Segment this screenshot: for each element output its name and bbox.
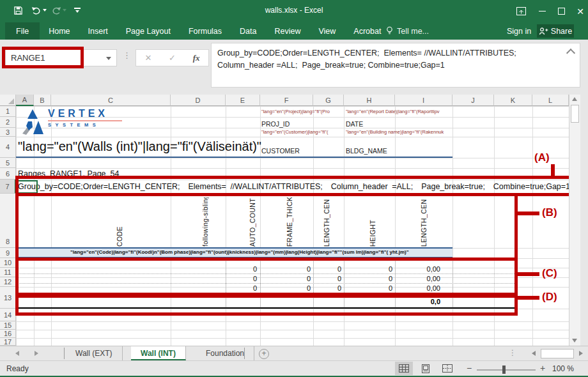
grid-line-h: [16, 158, 569, 158]
cell-f1: "lang="en"(Project)|lang="fi"(Pro: [261, 109, 343, 114]
column-header-c[interactable]: C: [51, 95, 171, 106]
hscroll-right-icon[interactable]: [579, 351, 583, 356]
sheet-tab-wall-int[interactable]: Wall (INT): [131, 346, 186, 360]
cell-f2: PROJ_ID: [261, 120, 290, 128]
scrollbar-resize-dots[interactable]: ⋮: [509, 348, 516, 357]
row-header-3[interactable]: 3: [0, 128, 16, 137]
row-header-11[interactable]: 11: [0, 268, 16, 277]
cell-h1: "lang="en"(Report Date)|lang="fi"(Raport…: [346, 109, 452, 114]
zoom-out-icon[interactable]: −: [467, 363, 472, 373]
row-header-7[interactable]: 7: [0, 180, 16, 194]
maximize-button[interactable]: [552, 0, 571, 22]
close-button[interactable]: ✕: [571, 0, 588, 22]
new-sheet-icon[interactable]: +: [259, 349, 269, 359]
window-title: walls.xlsx - Excel: [0, 6, 588, 15]
column-header-i[interactable]: I: [395, 95, 453, 106]
status-bar: Ready − + 100 %: [0, 360, 588, 376]
share-button[interactable]: Share: [537, 24, 574, 38]
ribbon-tab-home[interactable]: Home: [40, 22, 79, 40]
right-edge-strip: [580, 89, 588, 376]
column-header-b[interactable]: B: [34, 95, 51, 106]
row-header-16[interactable]: 16: [0, 330, 16, 338]
row-header-1[interactable]: 1: [0, 106, 16, 117]
zoom-slider-thumb[interactable]: [502, 365, 506, 374]
sheet-tab-wall-ext[interactable]: Wall (EXT): [66, 346, 123, 360]
row-header-17[interactable]: 17: [0, 338, 16, 346]
scroll-down-icon[interactable]: [572, 339, 577, 342]
row-header-5[interactable]: 5: [0, 158, 16, 168]
annotation-connector-a: [551, 164, 555, 177]
row-header-6[interactable]: 6: [0, 168, 16, 180]
row-header-15[interactable]: 15: [0, 321, 16, 330]
row-header-9[interactable]: 9: [0, 248, 16, 258]
column-header-d[interactable]: D: [171, 95, 226, 106]
sign-in-button[interactable]: Sign in: [507, 22, 531, 40]
ribbon-display-options-icon[interactable]: [511, 0, 530, 22]
zoom-slider-track[interactable]: [477, 369, 536, 371]
annotation-box-d: [15, 293, 518, 316]
sheet-tab-foundation[interactable]: Foundation: [196, 346, 254, 360]
column-header-j[interactable]: J: [453, 95, 494, 106]
insert-function-icon[interactable]: fx: [193, 53, 200, 63]
row-header-10[interactable]: 10: [0, 258, 16, 268]
annotation-label-b: (B): [542, 206, 557, 219]
formula-bar-separator: ⋮: [123, 50, 131, 60]
horizontal-scroll-thumb[interactable]: [541, 349, 574, 358]
column-header-l[interactable]: L: [532, 95, 569, 106]
row-header-14[interactable]: 14: [0, 309, 16, 321]
row-header-8[interactable]: 8: [0, 194, 16, 248]
zoom-in-icon[interactable]: +: [540, 363, 545, 373]
column-header-f[interactable]: F: [260, 95, 313, 106]
cell-a4-title: "lang="en"(Walls (int)"|lang="fi"(Välise…: [18, 139, 261, 154]
name-box-dropdown-icon[interactable]: [106, 57, 111, 60]
cancel-icon[interactable]: ✕: [144, 53, 151, 63]
row-header-12[interactable]: 12: [0, 277, 16, 287]
ribbon-tab-view[interactable]: View: [309, 22, 344, 40]
ribbon-tab-formulas[interactable]: Formulas: [180, 22, 231, 40]
page-layout-view-icon[interactable]: [417, 362, 435, 375]
cell-h4: BLDG_NAME: [346, 147, 387, 155]
column-header-k[interactable]: K: [494, 95, 532, 106]
grid-line-h: [16, 106, 569, 107]
grid-line-h: [16, 330, 569, 330]
cell-f3: "lang="en"(Customer)|lang="fi"(: [261, 129, 343, 135]
ribbon-tab-acrobat[interactable]: Acrobat: [344, 22, 390, 40]
row-header-13[interactable]: 13: [0, 287, 16, 309]
hscroll-left-icon[interactable]: [532, 351, 536, 356]
page-break-preview-icon[interactable]: [438, 362, 456, 375]
zoom-level[interactable]: 100 %: [552, 364, 574, 373]
ribbon-tab-bar: FileHomeInsertPage LayoutFormulasDataRev…: [0, 22, 588, 40]
sheet-nav-right-icon[interactable]: [35, 351, 38, 356]
sheet-nav-left-icon[interactable]: [15, 351, 19, 356]
tell-me-box[interactable]: Tell me...: [386, 22, 429, 40]
ribbon-tab-review[interactable]: Review: [265, 22, 309, 40]
logo-triangle-icon: [22, 108, 45, 135]
column-header-h[interactable]: H: [344, 95, 395, 106]
formula-line-2: Column_header =ALL; Page_break=true; Com…: [217, 61, 445, 70]
formula-input[interactable]: Group_by=CODE;Order=LENGTH_CENTER; Eleme…: [211, 43, 580, 88]
select-all-button[interactable]: [0, 95, 16, 106]
minimize-button[interactable]: [532, 0, 552, 22]
vertical-scroll-thumb[interactable]: [571, 105, 579, 123]
tell-me-label: Tell me...: [397, 27, 429, 36]
column-header-a[interactable]: A: [16, 95, 34, 106]
ribbon-tab-insert[interactable]: Insert: [79, 22, 117, 40]
row-header-4[interactable]: 4: [0, 137, 16, 158]
share-label: Share: [551, 27, 572, 36]
logo-brand-text: VERTEX: [48, 108, 122, 119]
vertical-scrollbar[interactable]: [569, 95, 580, 346]
scroll-up-icon[interactable]: [572, 97, 577, 101]
annotation-connector-d: [518, 296, 539, 300]
column-header-e[interactable]: E: [226, 95, 260, 106]
logo-divider: [48, 120, 122, 121]
ribbon-tab-page-layout[interactable]: Page Layout: [117, 22, 180, 40]
grid-line-h: [16, 338, 569, 339]
ribbon-tab-file[interactable]: File: [5, 22, 40, 40]
vertex-systems-logo: VERTEX SYSTEMS: [22, 108, 122, 135]
column-header-g[interactable]: G: [313, 95, 344, 106]
enter-icon[interactable]: ✓: [169, 53, 176, 63]
ribbon-tab-data[interactable]: Data: [231, 22, 265, 40]
normal-view-icon[interactable]: [395, 362, 413, 375]
lightbulb-icon: [386, 26, 393, 36]
row-header-2[interactable]: 2: [0, 117, 16, 128]
